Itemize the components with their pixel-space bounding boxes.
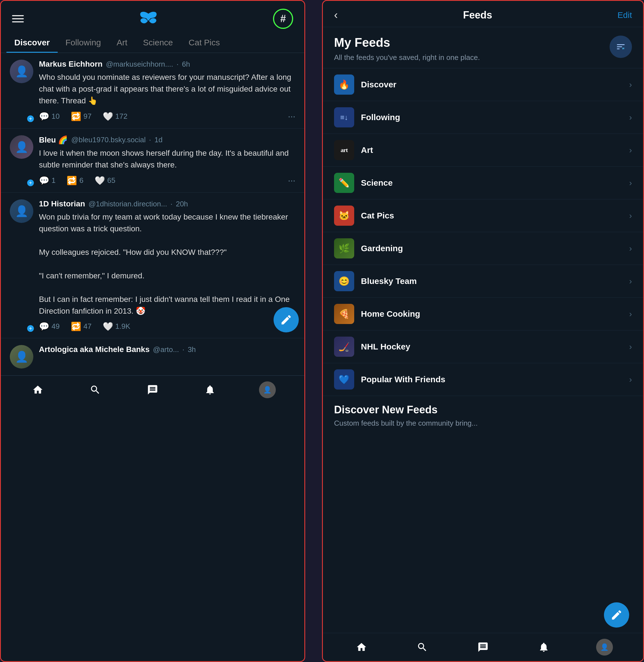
feed-icon-home-cooking: 🍕 xyxy=(334,304,354,324)
chevron-icon: › xyxy=(629,276,632,286)
repost-count: 6 xyxy=(79,176,83,185)
comment-action[interactable]: 💬 10 xyxy=(39,111,60,121)
tab-cat-pics[interactable]: Cat Pics xyxy=(181,33,228,53)
like-action[interactable]: 🤍 172 xyxy=(103,111,128,121)
tab-following[interactable]: Following xyxy=(58,33,109,53)
feed-item-art[interactable]: art Art › xyxy=(323,134,643,167)
tab-art[interactable]: Art xyxy=(109,33,135,53)
comment-action[interactable]: 💬 1 xyxy=(39,176,55,185)
post-author[interactable]: 1D Historian xyxy=(39,199,85,208)
feeds-hero: My Feeds All the feeds you've saved, rig… xyxy=(323,27,643,68)
chevron-icon: › xyxy=(629,145,632,155)
hashtag-button[interactable]: # xyxy=(273,9,293,29)
nav-profile[interactable]: 👤 xyxy=(259,382,276,398)
nav-profile-right[interactable]: 👤 xyxy=(596,639,613,656)
compose-fab[interactable] xyxy=(274,307,299,333)
post-author[interactable]: Artologica aka Michele Banks xyxy=(39,345,150,354)
post-time: 3h xyxy=(188,345,196,354)
feed-name-popular: Popular With Friends xyxy=(361,375,622,384)
feed-icon-following: ≡↓ xyxy=(334,107,354,128)
like-icon: 🤍 xyxy=(103,111,113,121)
comment-count: 10 xyxy=(51,112,60,121)
my-feeds-heading: My Feeds xyxy=(334,36,480,50)
feed-item-following[interactable]: ≡↓ Following › xyxy=(323,101,643,134)
repost-action[interactable]: 🔁 6 xyxy=(67,176,83,185)
bottom-nav-right: 👤 xyxy=(323,633,643,661)
nav-chat[interactable] xyxy=(144,382,161,398)
compose-fab-right[interactable] xyxy=(604,602,629,627)
repost-count: 47 xyxy=(84,322,92,331)
comment-icon: 💬 xyxy=(39,176,49,185)
feed-item-catpics[interactable]: 🐱 Cat Pics › xyxy=(323,199,643,232)
feed-name-gardening: Gardening xyxy=(361,244,622,253)
left-header: # xyxy=(1,1,304,33)
comment-action[interactable]: 💬 49 xyxy=(39,321,60,331)
like-icon: 🤍 xyxy=(95,176,105,185)
comment-count: 1 xyxy=(51,176,55,185)
post-author[interactable]: Markus Eichhorn xyxy=(39,60,102,69)
nav-notifications[interactable] xyxy=(202,382,218,398)
tab-discover[interactable]: Discover xyxy=(6,33,58,53)
post-author[interactable]: Bleu 🌈 xyxy=(39,135,68,144)
avatar[interactable]: 👤 xyxy=(10,60,33,83)
post-content: Bleu 🌈 @bleu1970.bsky.social · 1d I love… xyxy=(39,135,295,186)
follow-add-icon[interactable]: + xyxy=(27,115,34,123)
chevron-icon: › xyxy=(629,113,632,122)
follow-add-icon[interactable]: + xyxy=(27,179,34,187)
post-handle: @arto... xyxy=(153,345,179,354)
chevron-icon: › xyxy=(629,80,632,89)
feed-icon-discover: 🔥 xyxy=(334,74,354,95)
sort-feeds-button[interactable] xyxy=(610,36,632,58)
nav-search[interactable] xyxy=(87,382,104,398)
tabs-bar: Discover Following Art Science Cat Pics xyxy=(1,33,304,53)
feed-icon-catpics: 🐱 xyxy=(334,206,354,226)
nav-notifications-right[interactable] xyxy=(535,639,552,656)
tab-science[interactable]: Science xyxy=(135,33,181,53)
feed-icon-popular: 💙 xyxy=(334,369,354,390)
feed-name-art: Art xyxy=(361,145,622,155)
right-panel: ‹ Feeds Edit My Feeds All the feeds you'… xyxy=(322,0,644,662)
feed-item-nhl-hockey[interactable]: 🏒 NHL Hockey › xyxy=(323,330,643,363)
feed-item-home-cooking[interactable]: 🍕 Home Cooking › xyxy=(323,298,643,330)
more-action[interactable]: ··· xyxy=(288,111,295,121)
right-header: ‹ Feeds Edit xyxy=(323,1,643,27)
follow-add-icon[interactable]: + xyxy=(27,324,34,333)
like-action[interactable]: 🤍 1.9K xyxy=(103,321,131,331)
avatar[interactable]: 👤 xyxy=(10,199,33,223)
my-feeds-description: All the feeds you've saved, right in one… xyxy=(334,52,480,63)
avatar[interactable]: 👤 xyxy=(10,135,33,159)
feeds-title: Feeds xyxy=(463,9,492,21)
edit-button[interactable]: Edit xyxy=(617,10,632,20)
feed-icon-gardening: 🌿 xyxy=(334,238,354,258)
more-action[interactable]: ··· xyxy=(288,175,295,186)
post-handle: @1dhistorian.direction... xyxy=(89,200,167,208)
back-button[interactable]: ‹ xyxy=(334,9,338,21)
repost-action[interactable]: 🔁 97 xyxy=(71,111,92,121)
feed-icon-science: ✏️ xyxy=(334,173,354,193)
avatar[interactable]: 👤 xyxy=(10,345,33,368)
post-item: 👤 + 1D Historian @1dhistorian.direction.… xyxy=(1,193,304,338)
avatar-container: 👤 + xyxy=(10,135,33,186)
post-handle: @bleu1970.bsky.social xyxy=(71,136,145,144)
avatar-container: 👤 + xyxy=(10,199,33,331)
feed-item-popular[interactable]: 💙 Popular With Friends › xyxy=(323,363,643,396)
discover-new-section: Discover New Feeds Custom feeds built by… xyxy=(323,396,643,433)
feed-item-discover[interactable]: 🔥 Discover › xyxy=(323,68,643,101)
nav-chat-right[interactable] xyxy=(475,639,491,656)
feed-icon-art: art xyxy=(334,140,354,160)
chevron-icon: › xyxy=(629,309,632,319)
chevron-icon: › xyxy=(629,342,632,351)
left-panel: # Discover Following Art Science Cat Pic… xyxy=(0,0,305,662)
post-text: I love it when the moon shows herself du… xyxy=(39,147,295,171)
feed-item-science[interactable]: ✏️ Science › xyxy=(323,167,643,199)
nav-home-right[interactable] xyxy=(353,639,370,656)
like-action[interactable]: 🤍 65 xyxy=(95,176,115,185)
hamburger-menu[interactable] xyxy=(12,15,24,22)
nav-home[interactable] xyxy=(29,382,46,398)
feed-item-gardening[interactable]: 🌿 Gardening › xyxy=(323,232,643,265)
post-content: Artologica aka Michele Banks @arto... · … xyxy=(39,345,295,368)
discover-new-description: Custom feeds built by the community brin… xyxy=(334,418,632,428)
nav-search-right[interactable] xyxy=(414,639,431,656)
repost-action[interactable]: 🔁 47 xyxy=(71,321,92,331)
feed-item-bluesky-team[interactable]: 😊 Bluesky Team › xyxy=(323,265,643,298)
